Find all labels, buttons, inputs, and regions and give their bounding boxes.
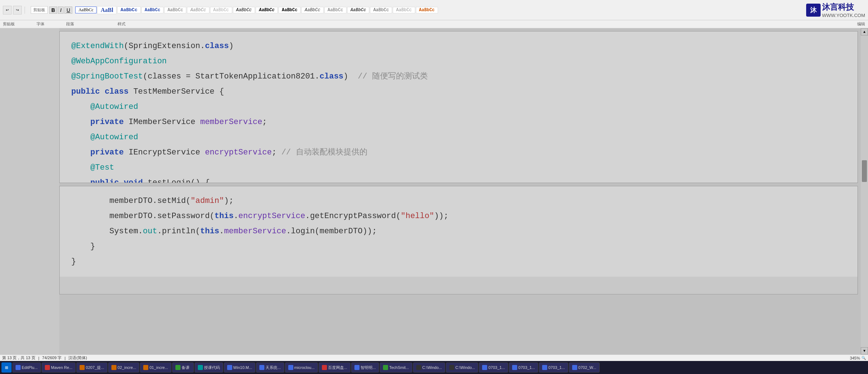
taskbar-icon-16 (512, 365, 517, 370)
taskbar-item-9[interactable]: microclou... (285, 362, 318, 373)
style-em[interactable]: AaBbCc (233, 7, 255, 13)
taskbar-item-15[interactable]: 0703_1... (479, 362, 508, 373)
style-list-para[interactable]: AaBbCc (370, 7, 392, 13)
taskbar-icon-3 (111, 365, 116, 370)
style-h2[interactable]: AaBbCc (117, 7, 141, 13)
taskbar-item-10[interactable]: 百度网盘... (319, 362, 350, 373)
taskbar-icon-15 (482, 365, 487, 370)
logo-text-group: 沐言科技 WWW.YOOTK.COM (822, 2, 865, 18)
left-margin (0, 28, 59, 354)
taskbar-icon-13 (416, 365, 421, 370)
style-subtitle[interactable]: AaBbCc (187, 7, 209, 13)
status-position: 第 13 页，共 13 页 (2, 355, 35, 361)
style-intense-quote[interactable]: AaBbCc (347, 7, 369, 13)
taskbar-icon-12 (383, 365, 388, 370)
scroll-thumb[interactable] (862, 160, 867, 182)
taskbar-icon-9 (288, 365, 293, 370)
code-line-15: } (71, 239, 846, 254)
ribbon-label-clipboard: 剪贴板 (3, 21, 15, 27)
code-line-4: public class TestMemberService { (71, 84, 846, 99)
taskbar-label-7: Win10.M... (233, 365, 252, 370)
toolbar-sep (25, 7, 25, 14)
code-line-7: @Autowired (71, 130, 846, 145)
start-button[interactable]: ⊞ (1, 362, 12, 373)
scroll-track[interactable] (861, 35, 868, 347)
taskbar-item-4[interactable]: 01_incre... (140, 362, 171, 373)
code-panel-1: @ExtendWith(SpringExtension.class) @WebA… (59, 31, 858, 183)
taskbar-item-2[interactable]: 0207_提... (76, 362, 107, 373)
taskbar-item-3[interactable]: 02_incre... (108, 362, 139, 373)
code-line-10: public void testLogin() { (71, 175, 846, 183)
taskbar-item-5[interactable]: 备课 (172, 362, 194, 373)
code-line-3: @SpringBootTest(classes = StartTokenAppl… (71, 69, 846, 84)
taskbar-item-13[interactable]: C:\Windo... (413, 362, 445, 373)
redo-button[interactable]: ↪ (13, 6, 22, 14)
style-normal[interactable]: AaBbCc (75, 7, 97, 13)
right-scrollbar[interactable]: ▲ ▼ (861, 28, 868, 354)
logo-icon-text: 沐 (810, 6, 817, 14)
font-size-control[interactable]: 剪贴板 (31, 6, 48, 14)
zoom-icon[interactable]: 🔍 (861, 356, 866, 360)
taskbar-icon-7 (227, 365, 232, 370)
toolbar: ↩ ↪ 剪贴板 B I U AaBbCc AaBl AaBbCc AaBbCc … (0, 0, 868, 20)
style-gallery: AaBbCc AaBl AaBbCc AaBbCc AaBbCc AaBbCc … (75, 6, 806, 14)
scroll-down-arrow[interactable]: ▼ (861, 347, 868, 354)
taskbar-item-6[interactable]: 授课代码 (195, 362, 223, 373)
style-intense-em[interactable]: AaBbCc (256, 7, 278, 13)
style-h1[interactable]: AaBl (97, 6, 116, 14)
taskbar-label-18: 0702_W... (578, 365, 596, 370)
taskbar-item-14[interactable]: C:\Windo... (446, 362, 478, 373)
undo-button[interactable]: ↩ (3, 6, 12, 14)
status-zoom: 345% (850, 356, 860, 360)
code-panel-1-inner[interactable]: @ExtendWith(SpringExtension.class) @WebA… (60, 31, 858, 183)
code-line-16: } (71, 254, 846, 269)
code-area[interactable]: @ExtendWith(SpringExtension.class) @WebA… (59, 28, 861, 354)
style-strong[interactable]: AaBbCc (278, 7, 301, 13)
taskbar-item-8[interactable]: 天系统... (256, 362, 284, 373)
code-panel-2: memberDTO.setMid("admin"); memberDTO.set… (59, 186, 858, 294)
bold-button[interactable]: B (49, 7, 57, 14)
taskbar-item-12[interactable]: TechSmit... (380, 362, 412, 373)
ribbon-labels: 剪贴板 字体 段落 样式 编辑 (0, 20, 868, 28)
style-subtle-quote[interactable]: AaBbCc (324, 7, 346, 13)
style-subtle-ref[interactable]: AaBbCc (393, 7, 415, 13)
logo-icon: 沐 (806, 4, 821, 17)
scroll-up-arrow[interactable]: ▲ (861, 28, 868, 35)
taskbar-item-18[interactable]: 0702_W... (569, 362, 600, 373)
taskbar-label-11: 智明明... (361, 365, 376, 370)
code-line-6: private IMemberService memberService; (71, 115, 846, 130)
taskbar-label-17: 0703_1... (548, 365, 565, 370)
style-subtle-em[interactable]: AaBbCc (210, 7, 232, 13)
taskbar: ⊞ EditPlu... Maven Re... 0207_提... 02_in… (0, 361, 868, 374)
ribbon-label-font: 字体 (37, 21, 44, 27)
taskbar-item-0[interactable]: EditPlu... (12, 362, 41, 373)
taskbar-item-11[interactable]: 智明明... (351, 362, 379, 373)
taskbar-label-10: 百度网盘... (328, 365, 347, 370)
code-line-5: @Autowired (71, 99, 846, 115)
code-line-8: private IEncryptService encryptService; … (71, 145, 846, 160)
taskbar-icon-17 (542, 365, 547, 370)
logo-name: 沐言科技 (822, 2, 865, 13)
status-lang: 汉语(简体) (68, 355, 87, 361)
taskbar-item-7[interactable]: Win10.M... (224, 362, 256, 373)
taskbar-label-9: microclou... (294, 365, 315, 370)
taskbar-item-16[interactable]: 0703_1... (509, 362, 538, 373)
status-bar: 第 13 页，共 13 页 | 74/2609 字 | 汉语(简体) 345% … (0, 354, 868, 361)
style-intense-ref[interactable]: AaBbCc (416, 7, 438, 13)
code-line-2: @WebAppConfiguration (71, 54, 846, 69)
style-book[interactable]: AaBbCc (301, 7, 323, 13)
taskbar-item-1[interactable]: Maven Re... (42, 362, 76, 373)
code-panel-2-inner[interactable]: memberDTO.setMid("admin"); memberDTO.set… (60, 186, 858, 277)
style-h4[interactable]: AaBbCc (164, 7, 186, 13)
text-format-group: B I U (49, 7, 72, 14)
ribbon-label-styles: 样式 (118, 21, 125, 27)
taskbar-label-16: 0703_1... (518, 365, 535, 370)
italic-button[interactable]: I (58, 7, 64, 14)
taskbar-icon-10 (322, 365, 327, 370)
style-h3[interactable]: AaBbCc (141, 7, 163, 13)
taskbar-label-2: 0207_提... (86, 365, 104, 370)
underline-button[interactable]: U (64, 7, 72, 14)
taskbar-icon-14 (449, 365, 454, 370)
status-chars: 74/2609 字 (42, 355, 62, 361)
taskbar-item-17[interactable]: 0703_1... (539, 362, 568, 373)
